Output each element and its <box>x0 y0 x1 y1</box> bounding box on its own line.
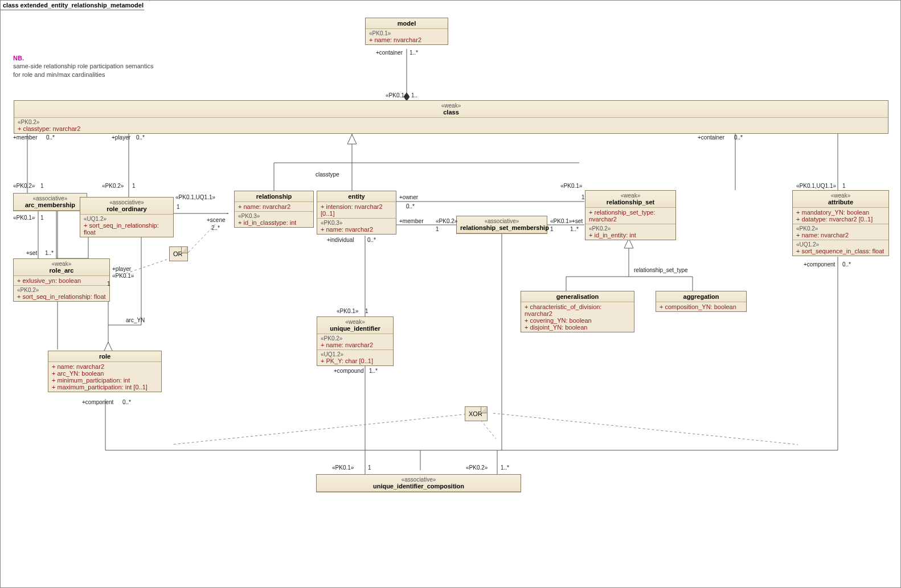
mult-label: 1 <box>177 204 180 210</box>
class-generalisation: generalisation + characteristic_of_divis… <box>521 291 634 332</box>
assoc-label: +scene <box>207 217 226 223</box>
svg-line-40 <box>493 413 798 445</box>
class-attr: + name: nvarchar2 <box>52 363 158 370</box>
class-name: generalisation <box>525 293 630 300</box>
mult-label: 1 <box>40 215 44 221</box>
class-attr: + sort_seq_in_relationship: float <box>17 293 106 300</box>
tag: «PK0.2» <box>321 335 390 342</box>
class-attr: + mandatory_YN: boolean <box>796 209 885 216</box>
class-name: aggregation <box>660 293 743 300</box>
tag-label: «PK0.2» <box>436 218 457 224</box>
class-name: role <box>52 353 158 360</box>
tag: «PK0.1» <box>369 30 444 36</box>
class-attr: + covering_YN: boolean <box>525 317 630 324</box>
assoc-label: +individual <box>327 237 354 243</box>
note-or: OR <box>169 246 188 261</box>
assoc-label: +container <box>698 134 724 141</box>
diagram-title: class extended_entity_relationship_metam… <box>1 1 150 10</box>
tag: «PK0.3» <box>238 213 310 219</box>
stereotype: «weak» <box>17 261 106 267</box>
class-unique-identifier: «weak» unique_identifier «PK0.2» + name:… <box>317 316 394 366</box>
tag: «UQ1.2» <box>321 351 390 357</box>
class-name: role_arc <box>17 267 106 274</box>
class-attr: + sort_sequence_in_class: float <box>796 248 885 254</box>
class-entity: entity + intension: nvarchar2 [0..1] «PK… <box>317 191 396 235</box>
assoc-label: +player <box>112 266 131 272</box>
assoc-label: +set <box>572 218 583 224</box>
note-line: same-side relationship role participatio… <box>13 63 153 69</box>
disc-label: classtype <box>316 171 339 178</box>
class-class: «weak» class «PK0.2» + classtype: nvarch… <box>14 100 888 134</box>
mult-label: 0..* <box>367 237 376 243</box>
tag: «PK0.3» <box>321 220 392 226</box>
class-attr: + name: nvarchar2 <box>369 36 444 43</box>
connectors-layer <box>1 1 901 588</box>
assoc-label: +compound <box>334 368 364 374</box>
class-attr: + name: nvarchar2 <box>321 226 392 233</box>
tag-label: «PK0.1,UQ1.1» <box>175 194 215 200</box>
diagram-canvas: class extended_entity_relationship_metam… <box>0 0 901 588</box>
assoc-label: +component <box>804 261 835 268</box>
tag-label: «PK0.1,UQ1.1» <box>796 183 836 189</box>
class-name: model <box>369 20 444 27</box>
class-attr: + id_in_classtype: int <box>238 219 310 226</box>
note-xor: XOR <box>465 406 488 421</box>
class-attr: + sort_seq_in_relationship: float <box>84 222 170 236</box>
mult-label: 1 <box>40 183 44 189</box>
class-attr: + intension: nvarchar2 [0..1] <box>321 203 392 217</box>
mult-label: 1 <box>365 308 368 314</box>
mult-label: 0..* <box>734 134 743 141</box>
note-heading: NB. <box>13 55 24 61</box>
class-name: class <box>18 109 884 116</box>
mult-label: 1.. <box>411 92 417 98</box>
class-attr: + name: nvarchar2 <box>238 203 310 210</box>
mult-label: 0..* <box>46 134 55 141</box>
tag-label: «PK0.1» <box>112 273 134 279</box>
svg-marker-2 <box>347 134 357 144</box>
class-attr: + composition_YN: boolean <box>660 303 743 310</box>
tag-label: «PK0.2» <box>466 464 488 471</box>
class-attr: + datatype: nvarchar2 [0..1] <box>796 216 885 223</box>
class-attr: + id_in_entity: int <box>589 232 672 239</box>
tag-label: «PK0.1» <box>560 183 582 189</box>
class-aggregation: aggregation + composition_YN: boolean <box>656 291 747 312</box>
class-arc-membership: «associative» arc_membership <box>13 193 87 211</box>
stereotype: «weak» <box>321 319 390 325</box>
tag-label: «PK0.1» <box>550 218 572 224</box>
tag: «PK0.2» <box>17 287 106 293</box>
mult-label: 1 <box>581 194 585 200</box>
stereotype: «associative» <box>17 195 83 202</box>
stereotype: «weak» <box>796 192 885 199</box>
tag-label: «PK0.1» <box>386 92 407 98</box>
assoc-label: +owner <box>399 194 418 200</box>
tag: «PK0.2» <box>589 225 672 232</box>
class-name: unique_identifier_composition <box>320 483 517 490</box>
class-role-ordinary: «associative» role_ordinary «UQ1.2» + so… <box>80 197 174 237</box>
mult-label: 1..* <box>45 250 54 256</box>
class-unique-identifier-composition: «associative» unique_identifier_composit… <box>316 474 521 492</box>
tag-label: «PK0.2» <box>102 183 124 189</box>
class-attr: + relationship_set_type: nvarchar2 <box>589 209 672 223</box>
disc-label: relationship_set_type <box>634 267 688 273</box>
assoc-label: +member <box>399 218 424 224</box>
class-relationship-set-membership: «associative» relationship_set_membershi… <box>456 216 547 234</box>
class-attr: + name: nvarchar2 <box>321 342 390 348</box>
class-attr: + PK_Y: char [0..1] <box>321 357 390 364</box>
tag: «PK0.2» <box>18 119 884 125</box>
class-relationship-set: «weak» relationship_set + relationship_s… <box>585 190 676 240</box>
svg-line-38 <box>171 413 475 445</box>
class-role-arc: «weak» role_arc + exlusive_yn: boolean «… <box>13 258 110 302</box>
class-role: role + name: nvarchar2 + arc_YN: boolean… <box>48 351 162 392</box>
assoc-label: +component <box>82 399 113 405</box>
assoc-label: +member <box>13 134 38 141</box>
class-name: unique_identifier <box>321 325 390 332</box>
mult-label: 1 <box>368 464 371 471</box>
assoc-label: +player <box>112 134 130 141</box>
mult-label: 0..* <box>406 203 415 209</box>
mult-label: 1..* <box>409 50 418 56</box>
class-name: role_ordinary <box>84 205 170 212</box>
class-attr: + minimum_participation: int <box>52 377 158 384</box>
tag-label: «PK0.1» <box>337 308 358 314</box>
tag-label: «PK0.1» <box>332 464 354 471</box>
class-model: model «PK0.1» + name: nvarchar2 <box>365 18 448 45</box>
